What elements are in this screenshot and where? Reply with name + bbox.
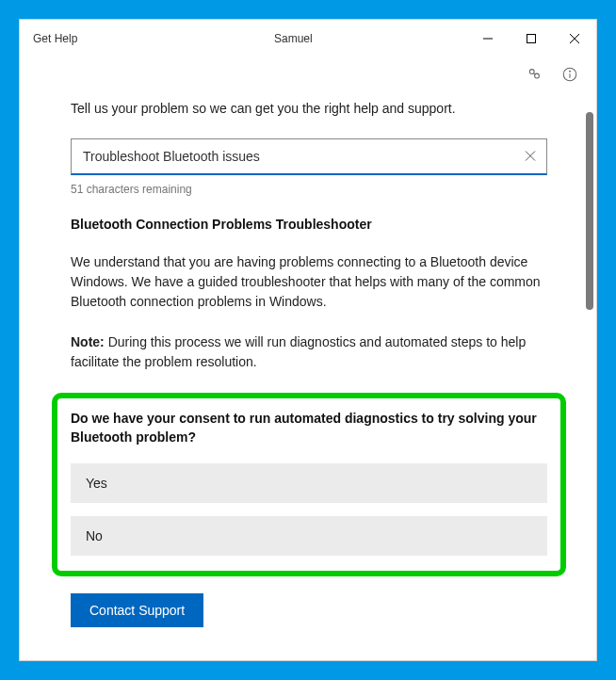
content-area: Tell us your problem so we can get you t… bbox=[20, 84, 596, 640]
minimize-icon bbox=[483, 34, 493, 43]
maximize-icon bbox=[527, 34, 536, 43]
close-icon bbox=[570, 34, 579, 43]
app-title: Get Help bbox=[33, 32, 77, 45]
search-box bbox=[71, 138, 547, 175]
feedback-button[interactable] bbox=[525, 65, 543, 84]
header-actions bbox=[20, 57, 596, 84]
svg-rect-1 bbox=[527, 35, 536, 43]
char-remaining: 51 characters remaining bbox=[71, 183, 547, 196]
intro-text: Tell us your problem so we can get you t… bbox=[71, 101, 547, 116]
info-icon bbox=[561, 66, 578, 83]
svg-line-6 bbox=[533, 73, 535, 74]
close-button[interactable] bbox=[553, 24, 596, 54]
note-body: During this process we will run diagnost… bbox=[71, 334, 526, 369]
window-controls bbox=[466, 24, 596, 54]
troubleshooter-title: Bluetooth Connection Problems Troublesho… bbox=[71, 217, 547, 232]
minimize-button[interactable] bbox=[466, 24, 510, 54]
svg-point-5 bbox=[535, 73, 540, 78]
svg-point-4 bbox=[529, 70, 534, 74]
troubleshooter-note: Note: During this process we will run di… bbox=[71, 332, 547, 372]
contact-support-button[interactable]: Contact Support bbox=[71, 593, 203, 627]
note-label: Note: bbox=[71, 334, 105, 349]
title-bar: Get Help Samuel bbox=[20, 20, 596, 57]
maximize-button[interactable] bbox=[510, 24, 553, 54]
consent-highlight-box: Do we have your consent to run automated… bbox=[52, 393, 566, 576]
x-icon bbox=[525, 150, 536, 161]
troubleshooter-body: We understand that you are having proble… bbox=[71, 252, 547, 312]
scrollbar-thumb[interactable] bbox=[586, 112, 593, 310]
info-button[interactable] bbox=[560, 65, 579, 84]
user-name: Samuel bbox=[274, 32, 313, 45]
feedback-icon bbox=[526, 66, 543, 83]
consent-yes-button[interactable]: Yes bbox=[71, 463, 547, 503]
problem-input[interactable] bbox=[71, 138, 547, 175]
consent-no-button[interactable]: No bbox=[71, 516, 547, 556]
content-wrapper: Tell us your problem so we can get you t… bbox=[20, 84, 596, 660]
consent-question: Do we have your consent to run automated… bbox=[71, 410, 547, 446]
get-help-window: Get Help Samuel bbox=[19, 19, 597, 661]
clear-input-button[interactable] bbox=[521, 146, 540, 168]
svg-point-9 bbox=[570, 71, 571, 72]
